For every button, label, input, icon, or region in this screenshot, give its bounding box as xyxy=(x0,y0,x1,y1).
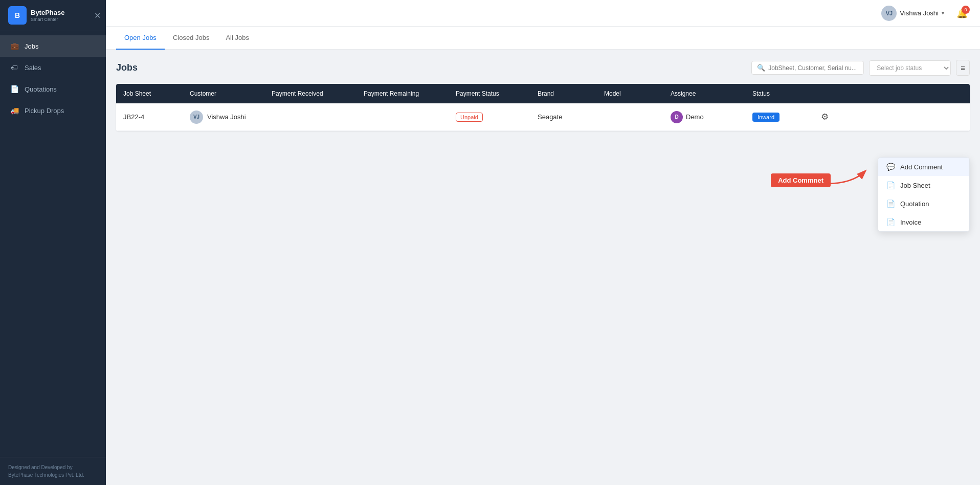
logo-subtext: Smart Center xyxy=(31,17,64,22)
cell-brand: Seagate xyxy=(530,107,597,127)
customer-name: Vishwa Joshi xyxy=(207,113,246,121)
annotation-label: Add Commnet xyxy=(771,173,831,187)
row-settings-button[interactable]: ⚙ xyxy=(819,109,831,124)
columns-button[interactable]: ≡ xyxy=(956,60,970,76)
page-content: Open Jobs Closed Jobs All Jobs Jobs 🔍 Se… xyxy=(106,27,980,485)
page-area: Jobs 🔍 Select job status Inward Complete… xyxy=(106,50,980,485)
page-header: Jobs 🔍 Select job status Inward Complete… xyxy=(116,60,970,76)
user-profile[interactable]: VJ Vishwa Joshi ▾ xyxy=(877,4,948,23)
col-actions xyxy=(812,84,842,103)
col-model: Model xyxy=(597,84,663,103)
annotation-arrow xyxy=(827,167,873,198)
notification-badge: 0 xyxy=(962,6,970,14)
cell-payment-received xyxy=(264,111,357,123)
page-title: Jobs xyxy=(116,62,138,73)
sidebar-quotations-label: Quotations xyxy=(25,85,57,93)
inward-badge: Inward xyxy=(752,113,779,122)
menu-invoice-label: Invoice xyxy=(900,218,921,226)
comment-icon: 💬 xyxy=(886,163,895,171)
col-payment-remaining: Payment Remaining xyxy=(357,84,449,103)
avatar: VJ xyxy=(881,6,897,21)
cell-model xyxy=(597,111,663,123)
search-input[interactable] xyxy=(768,64,858,72)
col-payment-received: Payment Received xyxy=(264,84,357,103)
menu-item-job-sheet[interactable]: 📄 Job Sheet xyxy=(878,176,969,194)
cell-row-actions: ⚙ xyxy=(812,103,842,130)
header-actions: 🔍 Select job status Inward Completed Clo… xyxy=(751,60,970,76)
cell-payment-remaining xyxy=(357,111,449,123)
col-assignee: Assignee xyxy=(663,84,745,103)
sidebar-logo: B BytePhase Smart Center ✕ xyxy=(0,0,106,31)
sidebar-item-quotations[interactable]: 📄 Quotations xyxy=(0,78,106,100)
tag-icon: 🏷 xyxy=(9,62,19,73)
tab-all-jobs[interactable]: All Jobs xyxy=(217,27,257,50)
sidebar-item-jobs[interactable]: 💼 Jobs xyxy=(0,35,106,57)
main-content: VJ Vishwa Joshi ▾ 🔔 0 Open Jobs Closed J… xyxy=(106,0,980,485)
logo-text-block: BytePhase Smart Center xyxy=(31,9,64,22)
annotation-container: Add Commnet xyxy=(771,167,873,198)
user-name: Vishwa Joshi xyxy=(900,9,939,17)
tab-open-jobs[interactable]: Open Jobs xyxy=(116,27,165,50)
job-sheet-icon: 📄 xyxy=(886,181,895,189)
menu-item-invoice[interactable]: 📄 Invoice xyxy=(878,213,969,231)
logo-icon: B xyxy=(8,6,27,25)
cell-status: Inward xyxy=(745,106,812,128)
topbar: VJ Vishwa Joshi ▾ 🔔 0 xyxy=(106,0,980,27)
cell-job-sheet: JB22-4 xyxy=(116,107,183,127)
sidebar-sales-label: Sales xyxy=(25,64,41,72)
invoice-icon: 📄 xyxy=(886,218,895,226)
assignee-avatar: D xyxy=(671,111,683,123)
col-job-sheet: Job Sheet xyxy=(116,84,183,103)
quotation-icon: 📄 xyxy=(886,200,895,208)
search-icon: 🔍 xyxy=(757,64,765,72)
customer-avatar: VJ xyxy=(190,111,203,124)
sidebar-item-pickup-drops[interactable]: 🚚 Pickup Drops xyxy=(0,100,106,121)
cell-assignee: D Demo xyxy=(663,105,745,129)
briefcase-icon: 💼 xyxy=(9,41,19,51)
tab-closed-jobs[interactable]: Closed Jobs xyxy=(165,27,218,50)
close-sidebar-button[interactable]: ✕ xyxy=(94,11,101,20)
menu-job-sheet-label: Job Sheet xyxy=(900,182,930,189)
tabs-bar: Open Jobs Closed Jobs All Jobs xyxy=(106,27,980,50)
cell-payment-status: Unpaid xyxy=(449,106,530,128)
notifications-button[interactable]: 🔔 0 xyxy=(954,6,970,21)
logo-name: BytePhase xyxy=(31,9,64,17)
unpaid-badge: Unpaid xyxy=(456,113,483,122)
sidebar-footer: Designed and Developed by BytePhase Tech… xyxy=(0,457,106,485)
col-brand: Brand xyxy=(530,84,597,103)
truck-icon: 🚚 xyxy=(9,105,19,116)
sidebar-jobs-label: Jobs xyxy=(25,42,38,50)
sidebar-item-sales[interactable]: 🏷 Sales xyxy=(0,57,106,78)
menu-item-quotation[interactable]: 📄 Quotation xyxy=(878,194,969,213)
context-menu: 💬 Add Comment 📄 Job Sheet 📄 Quotation 📄 … xyxy=(878,157,970,232)
chevron-down-icon: ▾ xyxy=(942,10,944,16)
search-box: 🔍 xyxy=(751,61,864,75)
sidebar: B BytePhase Smart Center ✕ 💼 Jobs 🏷 Sale… xyxy=(0,0,106,485)
sidebar-pickup-label: Pickup Drops xyxy=(25,107,64,115)
table-header: Job Sheet Customer Payment Received Paym… xyxy=(116,84,970,103)
sidebar-nav: 💼 Jobs 🏷 Sales 📄 Quotations 🚚 Pickup Dro… xyxy=(0,31,106,457)
col-status: Status xyxy=(745,84,812,103)
menu-item-add-comment[interactable]: 💬 Add Comment xyxy=(878,158,969,176)
cell-customer: VJ Vishwa Joshi xyxy=(183,104,264,130)
assignee-name: Demo xyxy=(686,113,704,121)
file-text-icon: 📄 xyxy=(9,84,19,94)
col-customer: Customer xyxy=(183,84,264,103)
menu-quotation-label: Quotation xyxy=(900,200,929,208)
menu-add-comment-label: Add Comment xyxy=(900,163,943,171)
status-select[interactable]: Select job status Inward Completed Close… xyxy=(869,60,951,76)
table-row: JB22-4 VJ Vishwa Joshi Unpaid Seagate xyxy=(116,103,970,131)
jobs-table: Job Sheet Customer Payment Received Paym… xyxy=(116,84,970,131)
col-payment-status: Payment Status xyxy=(449,84,530,103)
